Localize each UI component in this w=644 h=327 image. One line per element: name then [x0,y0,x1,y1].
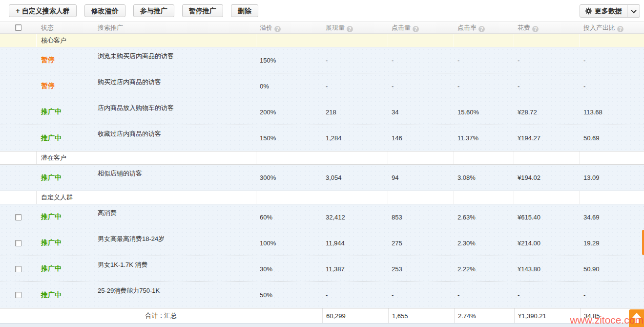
cost-value: - [514,282,580,308]
row-checkbox[interactable] [15,266,21,272]
table-header-row: 状态搜索推广溢价?展现量?点击量?点击率?花费?投入产出比? [0,22,644,34]
button-label: 修改溢价 [91,7,119,15]
row-select-cell [0,256,37,282]
status-cell: 推广中 [37,230,93,256]
premium-value: 200% [256,99,322,125]
audience-name[interactable]: 浏览未购买店内商品的访客 [93,47,256,73]
cost-value: - [514,47,580,73]
clicks-value: - [388,73,454,99]
totals-ctr: 2.74% [454,308,514,323]
add-custom-audience-button[interactable]: +自定义搜索人群 [9,4,77,17]
help-icon[interactable]: ? [413,26,419,32]
select-all-checkbox[interactable] [15,24,21,31]
more-data-dropdown-toggle[interactable] [627,4,640,18]
row-checkbox[interactable] [15,240,21,246]
audience-row: 推广中收藏过店内商品的访客150%1,28414611.37%¥194.2750… [0,125,644,151]
row-select-cell [0,99,37,125]
impressions-value: - [322,47,388,73]
cost-value: ¥143.80 [514,256,580,282]
audience-name[interactable]: 25-29消费能力750-1K [93,282,256,308]
audience-name[interactable]: 男女高最高消费18-24岁 [93,230,256,256]
premium-value: 0% [256,73,322,99]
audience-name[interactable]: 高消费 [93,204,256,230]
column-header-premium: 溢价? [256,23,322,32]
clicks-value: 275 [388,230,454,256]
audience-name[interactable]: 店内商品放入购物车的访客 [93,99,256,125]
group-empty-cell [514,152,580,164]
row-select-cell [0,73,37,99]
status-cell: 暂停 [37,47,93,73]
premium-value: 60% [256,204,322,230]
audience-row: 推广中25-29消费能力750-1K50%----- [0,282,644,308]
help-icon[interactable]: ? [617,26,623,32]
group-empty-cell [388,152,454,164]
audience-targeting-page: +自定义搜索人群修改溢价参与推广暂停推广删除 [0,0,644,327]
column-label: 状态 [41,24,54,31]
impressions-value: 1,284 [322,125,388,151]
audience-name[interactable]: 购买过店内商品的访客 [93,73,256,99]
roi-value: - [580,47,644,73]
clicks-value: 253 [388,256,454,282]
premium-value: 30% [256,256,322,282]
roi-value: 13.09 [580,165,644,191]
group-empty-cell [256,34,322,47]
help-icon[interactable]: ? [347,26,353,32]
help-icon[interactable]: ? [532,26,539,32]
row-select-cell [0,282,37,308]
help-icon[interactable]: ? [274,26,281,32]
row-select-cell [0,165,37,191]
delete-button[interactable]: 删除 [231,4,258,17]
group-empty-cell [454,191,514,204]
premium-value: 150% [256,125,322,151]
row-select-cell [0,125,37,151]
clicks-value: 94 [388,165,454,191]
roi-value: 34.69 [580,204,644,230]
group-empty-cell [256,191,322,204]
column-header-cost: 花费? [514,23,580,32]
row-checkbox[interactable] [15,214,21,220]
more-data-button[interactable]: 更多数据 [580,4,627,18]
modify-premium-button[interactable]: 修改溢价 [84,4,125,17]
group-row: 自定义人群 [0,191,644,204]
cost-value: ¥615.40 [514,204,580,230]
audience-row: 推广中相似店铺的访客300%3,054943.08%¥194.0213.09 [0,165,644,191]
impressions-value: - [322,73,388,99]
group-empty-cell [580,152,644,164]
row-checkbox[interactable] [15,292,21,298]
ctr-value: 2.22% [454,256,514,282]
audience-name[interactable]: 收藏过店内商品的访客 [93,125,256,151]
row-select-cell [0,47,37,73]
audience-name[interactable]: 相似店铺的访客 [93,165,256,191]
button-label: 删除 [238,7,251,15]
group-spacer-cell [0,191,37,204]
pause-promotion-button[interactable]: 暂停推广 [182,4,223,17]
button-label: 暂停推广 [189,7,216,15]
join-promotion-button[interactable]: 参与推广 [133,4,174,17]
column-label: 搜索推广 [98,24,123,31]
group-empty-cell [322,191,388,204]
status-cell: 暂停 [37,73,93,99]
status-badge: 推广中 [41,264,62,273]
audience-row: 推广中高消费60%32,4128532.63%¥615.4034.69 [0,204,644,230]
totals-impressions: 60,299 [322,308,388,323]
row-select-cell [0,204,37,230]
totals-clicks: 1,655 [388,308,454,323]
group-empty-cell [454,152,514,164]
audience-name[interactable]: 男女1K-1.7K 消费 [93,256,256,282]
status-cell: 推广中 [37,125,93,151]
impressions-value: 32,412 [322,204,388,230]
premium-value: 100% [256,230,322,256]
premium-value: 150% [256,47,322,73]
status-badge: 推广中 [41,239,62,247]
column-header-roi: 投入产出比? [580,23,644,32]
status-badge: 推广中 [41,108,62,116]
group-spacer-cell [0,34,37,47]
help-icon[interactable]: ? [478,26,485,32]
side-panel-handle[interactable] [642,230,644,255]
audience-row: 暂停购买过店内商品的访客0%----- [0,73,644,99]
impressions-value: 11,387 [322,256,388,282]
status-badge: 暂停 [41,56,55,65]
premium-value: 50% [256,282,322,308]
column-label: 展现量 [326,24,345,31]
ctr-value: - [454,47,514,73]
